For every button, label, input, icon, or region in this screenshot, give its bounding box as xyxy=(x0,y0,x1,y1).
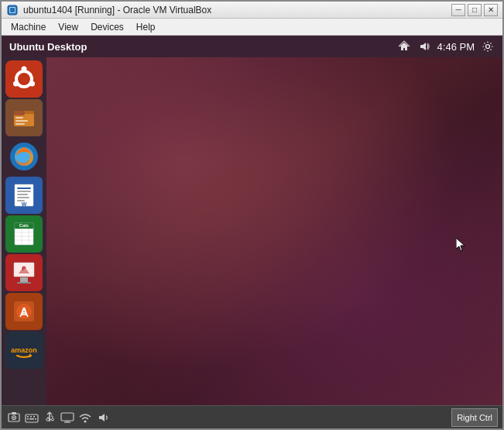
right-ctrl-label: Right Ctrl xyxy=(457,413,492,422)
ubuntu-desktop-title: Ubuntu Desktop xyxy=(9,41,397,53)
svg-rect-61 xyxy=(61,413,74,421)
svg-rect-13 xyxy=(15,117,23,119)
minimize-button[interactable]: ─ xyxy=(451,4,465,16)
svg-text:Calc: Calc xyxy=(19,223,29,228)
right-ctrl-area[interactable]: Right Ctrl xyxy=(451,408,498,427)
maximize-button[interactable]: □ xyxy=(468,4,482,16)
close-button[interactable]: ✕ xyxy=(484,4,498,16)
svg-rect-38 xyxy=(20,277,28,283)
svg-rect-39 xyxy=(17,282,31,284)
files-icon[interactable] xyxy=(5,99,43,136)
svg-rect-53 xyxy=(27,416,29,418)
desktop-background xyxy=(46,57,502,405)
ubuntu-topbar: Ubuntu Desktop 4:46 PM xyxy=(2,36,502,57)
svg-rect-51 xyxy=(12,412,16,415)
mouse-cursor xyxy=(456,238,465,252)
svg-rect-15 xyxy=(15,123,25,125)
status-bar-left xyxy=(6,410,111,425)
svg-point-7 xyxy=(22,67,27,72)
svg-text:amazon: amazon xyxy=(11,346,37,354)
svg-marker-3 xyxy=(420,43,426,50)
svg-point-4 xyxy=(486,45,490,49)
menu-view[interactable]: View xyxy=(52,20,84,34)
amazon-icon[interactable]: amazon xyxy=(5,332,43,369)
svg-rect-2 xyxy=(10,8,15,12)
svg-rect-20 xyxy=(17,191,31,192)
window-title: ubuntu1404 [Running] - Oracle VM Virtual… xyxy=(23,5,451,15)
menu-help[interactable]: Help xyxy=(130,20,162,34)
svg-marker-47 xyxy=(456,238,465,251)
launcher-sidebar: W Calc xyxy=(2,57,46,405)
appstore-icon[interactable]: A xyxy=(5,293,43,330)
status-bar: Right Ctrl xyxy=(2,405,502,428)
menu-machine[interactable]: Machine xyxy=(5,20,52,34)
calc-icon[interactable]: Calc xyxy=(5,215,43,253)
impress-icon[interactable]: P xyxy=(5,254,43,291)
svg-rect-22 xyxy=(17,197,29,198)
settings-icon[interactable] xyxy=(481,40,495,53)
svg-point-8 xyxy=(29,81,35,87)
clock-display[interactable]: 4:46 PM xyxy=(437,41,475,53)
svg-point-50 xyxy=(13,417,15,418)
svg-point-9 xyxy=(13,81,19,87)
title-bar-controls: ─ □ ✕ xyxy=(451,4,498,16)
usb-icon[interactable] xyxy=(42,410,57,425)
virtualbox-icon xyxy=(6,4,19,16)
keyboard-icon[interactable] xyxy=(24,410,39,425)
display-icon[interactable] xyxy=(60,410,75,425)
writer-icon[interactable]: W xyxy=(5,177,43,214)
svg-point-60 xyxy=(52,418,54,421)
svg-rect-56 xyxy=(27,418,29,420)
svg-rect-14 xyxy=(15,120,28,122)
volume-icon[interactable] xyxy=(417,40,431,53)
svg-rect-12 xyxy=(14,111,25,115)
firefox-icon[interactable] xyxy=(5,138,43,175)
ubuntu-topbar-right: 4:46 PM xyxy=(397,40,495,53)
svg-text:P: P xyxy=(22,265,26,272)
svg-marker-65 xyxy=(99,414,105,421)
svg-text:W: W xyxy=(22,201,27,207)
audio-status-icon[interactable] xyxy=(95,410,111,425)
network-status-icon[interactable] xyxy=(77,410,93,425)
svg-point-64 xyxy=(84,420,87,422)
virtualbox-window: ubuntu1404 [Running] - Oracle VM Virtual… xyxy=(0,0,504,430)
svg-rect-21 xyxy=(17,194,28,195)
network-icon[interactable] xyxy=(397,40,411,53)
svg-rect-57 xyxy=(29,418,34,420)
svg-rect-19 xyxy=(17,187,31,189)
screenshot-icon[interactable] xyxy=(6,410,22,425)
svg-rect-55 xyxy=(33,416,35,418)
main-area: W Calc xyxy=(2,57,502,405)
menu-bar: Machine View Devices Help xyxy=(2,19,502,36)
menu-devices[interactable]: Devices xyxy=(84,20,130,34)
title-bar: ubuntu1404 [Running] - Oracle VM Virtual… xyxy=(2,2,502,19)
svg-rect-54 xyxy=(30,416,32,418)
ubuntu-home-icon[interactable] xyxy=(5,60,43,98)
desktop[interactable] xyxy=(46,57,502,405)
svg-rect-58 xyxy=(35,418,36,420)
